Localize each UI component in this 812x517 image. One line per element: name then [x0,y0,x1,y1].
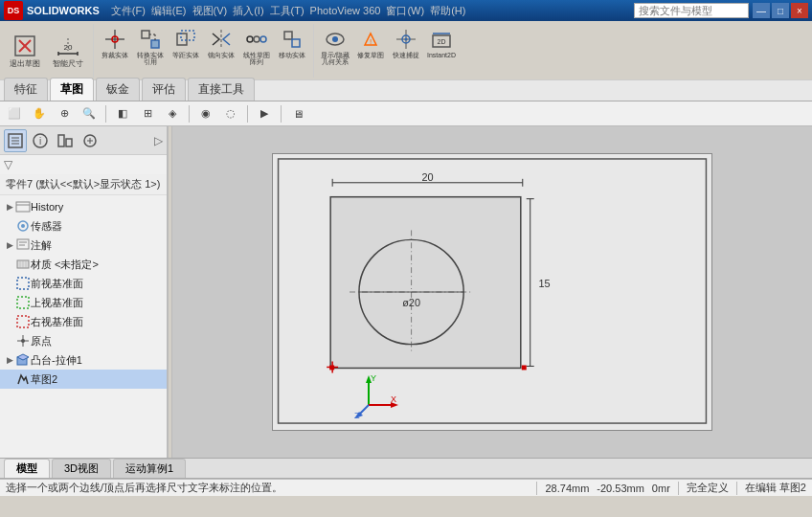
repair-sketch-label: 修复草图 [357,52,384,59]
move-button[interactable]: 移动实体 [275,26,309,76]
toolbar-section-sketch: 退出草图 20 智能尺寸 [4,24,94,78]
drawing-area[interactable]: 分享网 sxtrem.com 20 [172,126,812,458]
tree-item-material[interactable]: 材质 <未指定> [0,255,167,274]
menu-view[interactable]: 视图(V) [192,4,228,18]
instant2d-button[interactable]: 2D Instant2D [424,26,459,76]
cad-canvas[interactable]: 20 15 ø20 [272,153,712,431]
config-manager-button[interactable] [54,129,77,152]
svg-rect-16 [181,31,194,40]
expand-boss[interactable]: ▶ [4,352,15,368]
pan-button[interactable]: ✋ [29,103,50,124]
svg-rect-57 [17,278,29,289]
component-title: 零件7 (默认<<默认>显示状态 1>) [0,174,167,195]
linear-array-icon [245,28,268,51]
expand-sensor [4,218,15,234]
property-manager-button[interactable]: i [29,129,52,152]
title-bar: DS SOLIDWORKS 文件(F) 编辑(E) 视图(V) 插入(I) 工具… [0,0,812,21]
tree-item-origin[interactable]: 原点 [0,331,167,350]
menu-insert[interactable]: 插入(I) [233,4,263,18]
svg-point-31 [405,37,408,40]
trim-button[interactable]: 剪裁实体 [98,26,132,76]
tree-item-sensor[interactable]: 传感器 [0,216,167,236]
tab-direct[interactable]: 直接工具 [188,78,255,101]
annotation-icon [15,237,31,253]
convert-label: 转换实体引用 [135,52,166,66]
expand-history[interactable]: ▶ [4,199,15,214]
show-hide-button[interactable]: 显示/隐藏几何关系 [318,26,352,76]
menu-window[interactable]: 窗口(W) [386,4,424,18]
material-label: 材质 <未指定> [31,258,99,272]
display-button[interactable]: ◈ [162,103,183,124]
smart-dimension-button[interactable]: 20 智能尺寸 [47,26,89,76]
minimize-button[interactable]: — [753,3,770,18]
tree-item-history[interactable]: ▶ History [0,197,167,216]
right-plane-label: 右视基准面 [31,315,83,329]
tree-item-boss-extrude[interactable]: ▶ 凸台-拉伸1 [0,350,167,370]
toolbar-section-view: 显示/隐藏几何关系 ! 修复草图 快速捕捉 2D Instant2D [318,24,462,78]
section-view-button[interactable]: ◧ [112,103,133,124]
repair-sketch-button[interactable]: ! 修复草图 [353,26,388,76]
menu-photoview[interactable]: PhotoView 360 [310,5,381,16]
offset-button[interactable]: 等距实体 [169,26,203,76]
show-hide-label: 显示/隐藏几何关系 [320,52,350,66]
svg-rect-46 [16,202,30,212]
appearance-button[interactable]: ◉ [195,103,216,124]
tab-model[interactable]: 模型 [4,459,50,478]
tree-filter: ▽ [0,155,167,174]
tab-sketch[interactable]: 草图 [50,78,94,101]
expand-right-plane [4,314,15,329]
tab-feature[interactable]: 特征 [4,78,48,101]
status-mode: 在编辑 草图2 [745,481,806,495]
cad-drawing: 20 15 ø20 [273,154,711,430]
status-bar: 选择一个或两个边线/顶点后再选择尺寸文字来标注的位置。 28.74mm -20.… [0,479,812,496]
menu-help[interactable]: 帮助(H) [430,4,465,18]
offset-icon [174,28,197,51]
zoom-fit-button[interactable]: ⊕ [54,103,75,124]
tab-3dview[interactable]: 3D视图 [52,459,111,478]
menu-edit[interactable]: 编辑(E) [151,4,187,18]
toolbar-separator-2 [189,105,190,123]
show-hide-icon [324,28,347,51]
tree-item-annotation[interactable]: ▶ 注解 [0,236,167,255]
scene-button[interactable]: ◌ [220,103,241,124]
history-label: History [31,201,63,213]
status-definition: 完全定义 [687,481,729,495]
tab-evaluate[interactable]: 评估 [142,78,186,101]
linear-array-button[interactable]: 线性草图阵列 [239,26,274,76]
tab-motion[interactable]: 运动算例1 [113,459,186,478]
status-sep-2 [678,482,679,495]
tab-sheetmetal[interactable]: 钣金 [96,78,140,101]
zoom-select-button[interactable]: 🔍 [79,103,100,124]
smart-dimension-label: 智能尺寸 [53,60,83,69]
search-input[interactable] [634,3,749,18]
expand-annotation[interactable]: ▶ [4,237,15,253]
tree-item-front-plane[interactable]: 前视基准面 [0,274,167,293]
svg-text:Y: Y [371,373,376,383]
svg-point-62 [21,339,25,343]
menu-tools[interactable]: 工具(T) [270,4,304,18]
sketch2-label: 草图2 [31,372,57,387]
convert-button[interactable]: 转换实体引用 [133,26,168,76]
menu-file[interactable]: 文件(F) [111,4,146,18]
expand-sketch2 [4,371,15,387]
panel-expand-button[interactable]: ▷ [154,134,163,147]
monitor-button[interactable]: 🖥 [287,103,308,124]
convert-icon [139,28,162,51]
window-controls: — □ × [753,3,808,18]
maximize-button[interactable]: □ [772,3,789,18]
tree-item-top-plane[interactable]: 上视基准面 [0,293,167,312]
view-button2[interactable]: ⊞ [137,103,158,124]
mirror-button[interactable]: 镜向实体 [204,26,238,76]
dimxpert-button[interactable] [79,129,102,152]
render-button[interactable]: ▶ [254,103,275,124]
exit-sketch-button[interactable]: 退出草图 [4,26,46,76]
secondary-toolbar: ⬜ ✋ ⊕ 🔍 ◧ ⊞ ◈ ◉ ◌ ▶ 🖥 [0,101,812,126]
boss-label: 凸台-拉伸1 [31,353,82,368]
feature-tree-button[interactable] [4,129,27,152]
exit-sketch-label: 退出草图 [10,60,40,69]
quick-snap-button[interactable]: 快速捕捉 [389,26,423,76]
view-orient-button[interactable]: ⬜ [4,103,25,124]
tree-item-right-plane[interactable]: 右视基准面 [0,312,167,331]
tree-item-sketch2[interactable]: 草图2 [0,370,167,389]
close-button[interactable]: × [791,3,808,18]
